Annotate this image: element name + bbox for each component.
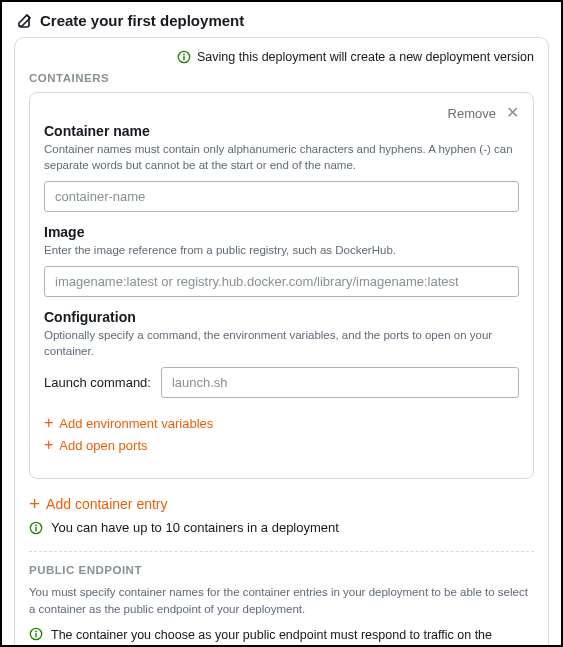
info-icon [177, 50, 191, 64]
add-container-entry-button[interactable]: + Add container entry [29, 491, 168, 516]
deployment-panel: Saving this deployment will create a new… [14, 37, 549, 647]
add-container-entry-label: Add container entry [46, 496, 167, 512]
public-endpoint-info-text: The container you choose as your public … [51, 627, 534, 647]
configuration-desc: Optionally specify a command, the enviro… [44, 327, 519, 359]
image-desc: Enter the image reference from a public … [44, 242, 519, 258]
image-title: Image [44, 224, 519, 240]
containers-limit-text: You can have up to 10 containers in a de… [51, 520, 339, 535]
plus-icon: + [29, 494, 40, 513]
image-input[interactable] [44, 266, 519, 297]
container-name-field: Container name Container names must cont… [44, 123, 519, 212]
container-name-input[interactable] [44, 181, 519, 212]
image-field: Image Enter the image reference from a p… [44, 224, 519, 297]
edit-icon [16, 13, 32, 29]
container-card: Remove ✕ Container name Container names … [29, 92, 534, 479]
launch-command-input[interactable] [161, 367, 519, 398]
containers-section-label: CONTAINERS [29, 72, 534, 84]
info-icon [29, 627, 43, 641]
svg-rect-9 [35, 633, 36, 637]
launch-command-row: Launch command: [44, 367, 519, 398]
svg-rect-6 [35, 527, 36, 531]
svg-rect-3 [183, 56, 184, 60]
section-divider [29, 551, 534, 552]
info-icon [29, 521, 43, 535]
launch-command-label: Launch command: [44, 375, 151, 390]
containers-limit-row: You can have up to 10 containers in a de… [29, 520, 534, 535]
top-info-row: Saving this deployment will create a new… [29, 50, 534, 64]
svg-point-8 [35, 630, 37, 632]
configuration-title: Configuration [44, 309, 519, 325]
svg-point-2 [183, 54, 185, 56]
container-name-title: Container name [44, 123, 519, 139]
add-open-ports-button[interactable]: + Add open ports [44, 434, 148, 456]
container-name-desc: Container names must contain only alphan… [44, 141, 519, 173]
remove-row: Remove ✕ [44, 105, 519, 121]
page-header: Create your first deployment [2, 2, 561, 37]
plus-icon: + [44, 415, 53, 431]
public-endpoint-desc: You must specify container names for the… [29, 584, 534, 616]
page-title: Create your first deployment [40, 12, 244, 29]
public-endpoint-info-row: The container you choose as your public … [29, 627, 534, 647]
configuration-field: Configuration Optionally specify a comma… [44, 309, 519, 456]
top-info-text: Saving this deployment will create a new… [197, 50, 534, 64]
add-env-vars-label: Add environment variables [59, 416, 213, 431]
close-icon[interactable]: ✕ [506, 105, 519, 121]
public-endpoint-label: PUBLIC ENDPOINT [29, 564, 534, 576]
add-env-vars-button[interactable]: + Add environment variables [44, 412, 213, 434]
remove-button[interactable]: Remove [448, 106, 496, 121]
plus-icon: + [44, 437, 53, 453]
svg-point-5 [35, 524, 37, 526]
add-open-ports-label: Add open ports [59, 438, 147, 453]
